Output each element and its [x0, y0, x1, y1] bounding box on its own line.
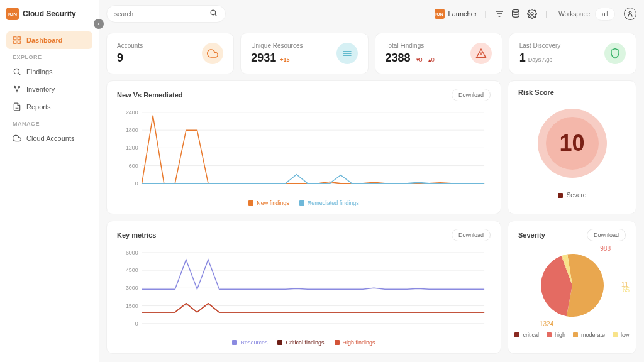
kpi-value: 9	[117, 52, 143, 65]
svg-point-7	[16, 90, 18, 92]
pie-value-critical: 1324	[540, 321, 553, 327]
card-title: New Vs Remediated	[117, 91, 183, 99]
kpi-findings: Total Findings 2388 ▾0 ▴0	[375, 33, 502, 74]
sidebar-item-dashboard[interactable]: Dashboard	[6, 31, 92, 49]
kpi-unit: Days Ago	[528, 57, 553, 63]
kpi-label: Accounts	[117, 42, 143, 49]
divider: |	[545, 10, 547, 18]
kpi-label: Unique Resources	[251, 42, 303, 49]
sidebar-section-explore: EXPLORE	[6, 49, 92, 63]
launcher-badge-icon: ION	[435, 9, 445, 19]
sidebar-section-manage: MANAGE	[6, 116, 92, 129]
user-avatar-icon[interactable]	[624, 8, 636, 20]
brand-name: Cloud Security	[23, 9, 76, 18]
workspace-label: Workspace	[558, 11, 590, 18]
brand: ION Cloud Security	[6, 8, 92, 20]
svg-rect-3	[18, 41, 20, 43]
svg-text:4500: 4500	[126, 267, 138, 273]
alert-icon	[470, 43, 492, 64]
kpi-value: 2388	[386, 52, 411, 64]
sidebar-item-label: Reports	[26, 103, 51, 111]
legend-item: Resources	[232, 339, 267, 346]
chart-new-vs-remediated: New Vs Remediated Download 0600120018002…	[106, 80, 501, 214]
svg-text:1500: 1500	[126, 302, 138, 309]
sidebar: ION Cloud Security ‹ Dashboard EXPLORE F…	[0, 0, 99, 362]
legend-item: New findings	[248, 200, 289, 206]
search-input[interactable]	[114, 11, 209, 18]
svg-text:3000: 3000	[126, 285, 138, 291]
svg-text:1800: 1800	[126, 127, 138, 133]
svg-point-10	[531, 13, 533, 15]
findings-icon	[13, 67, 21, 76]
kpi-delta-up: ▴0	[428, 57, 435, 63]
kpi-accounts: Accounts 9	[106, 33, 234, 74]
sidebar-collapse-button[interactable]: ‹	[94, 19, 104, 29]
risk-score-card: Risk Score 10 Severe	[508, 80, 636, 214]
sidebar-item-inventory[interactable]: Inventory	[6, 80, 92, 98]
sidebar-item-label: Cloud Accounts	[26, 134, 74, 142]
topbar: ION Launcher | | Workspace all	[99, 0, 644, 28]
kpi-delta-down: ▾0	[416, 57, 423, 63]
kpi-discovery: Last Discovery 1Days Ago	[509, 33, 636, 74]
legend-item: low	[613, 332, 630, 338]
chart-key-metrics: Key metrics Download 01500300045006000 R…	[106, 221, 501, 354]
legend-item: critical	[514, 332, 539, 338]
svg-text:6000: 6000	[126, 249, 138, 255]
sidebar-item-findings[interactable]: Findings	[6, 63, 92, 80]
severity-card: Severity Download 988 11 65 1324 critica…	[508, 221, 636, 354]
svg-point-11	[629, 11, 631, 14]
brand-badge-icon: ION	[6, 8, 19, 20]
search-icon	[209, 9, 218, 19]
legend-item: moderate	[573, 332, 605, 338]
kpi-delta: +15	[280, 57, 289, 63]
svg-point-8	[211, 10, 216, 15]
filter-icon[interactable]	[494, 8, 505, 19]
sidebar-item-cloud-accounts[interactable]: Cloud Accounts	[6, 129, 92, 147]
kpi-label: Last Discovery	[519, 42, 561, 49]
card-title: Severity	[518, 231, 545, 239]
inventory-icon	[13, 85, 21, 94]
svg-text:1200: 1200	[126, 145, 138, 151]
svg-rect-2	[14, 41, 16, 43]
download-button[interactable]: Download	[452, 89, 491, 101]
dashboard-icon	[13, 36, 21, 45]
sidebar-item-reports[interactable]: Reports	[6, 98, 92, 116]
shield-icon	[604, 43, 626, 64]
pie-value-low: 65	[623, 287, 630, 293]
sidebar-item-label: Dashboard	[26, 36, 62, 44]
kpi-value: 2931	[251, 52, 276, 64]
kpi-label: Total Findings	[386, 42, 435, 49]
svg-text:0: 0	[135, 320, 138, 326]
launcher-button[interactable]: ION Launcher	[435, 9, 477, 19]
search-box[interactable]	[106, 5, 226, 23]
kpi-value: 1	[519, 52, 526, 64]
launcher-label: Launcher	[448, 10, 477, 18]
workspace-select[interactable]: all	[595, 8, 615, 21]
card-title: Risk Score	[518, 89, 554, 96]
risk-severity: Severe	[558, 192, 587, 199]
settings-icon[interactable]	[526, 8, 538, 19]
kpi-resources: Unique Resources 2931+15	[240, 33, 368, 74]
legend-item: High findings	[335, 339, 375, 346]
cloud-icon	[202, 43, 223, 64]
database-icon[interactable]	[510, 8, 521, 19]
svg-text:2400: 2400	[126, 109, 138, 116]
svg-point-4	[14, 69, 19, 74]
pie-chart	[535, 248, 610, 323]
legend-item: Critical findings	[277, 339, 324, 346]
legend-item: high	[547, 332, 565, 338]
card-title: Key metrics	[117, 231, 156, 239]
download-button[interactable]: Download	[452, 229, 491, 241]
sidebar-item-label: Inventory	[26, 85, 55, 93]
risk-gauge: 10	[538, 109, 607, 178]
legend-item: Remediated findings	[299, 200, 359, 206]
svg-rect-1	[18, 37, 20, 40]
svg-text:0: 0	[135, 180, 138, 187]
divider: |	[484, 10, 486, 18]
cloud-icon	[13, 134, 21, 143]
download-button[interactable]: Download	[587, 229, 626, 241]
sidebar-item-label: Findings	[26, 68, 53, 75]
pie-value-high: 988	[600, 245, 611, 252]
line-chart: 0600120018002400	[117, 107, 491, 195]
reports-icon	[13, 102, 21, 111]
